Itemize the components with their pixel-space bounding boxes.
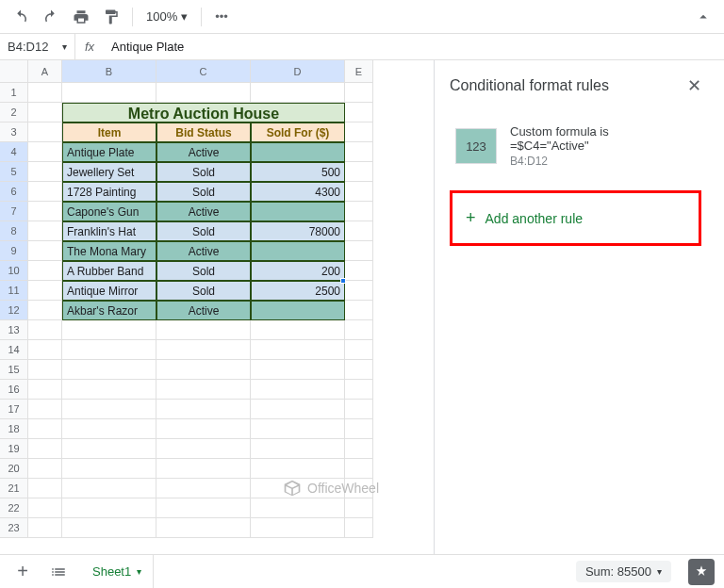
undo-button[interactable] <box>8 4 34 30</box>
cell[interactable] <box>62 340 156 360</box>
cell[interactable] <box>345 122 373 142</box>
cell[interactable] <box>28 360 62 380</box>
row-header[interactable]: 4 <box>0 142 28 162</box>
cell[interactable] <box>28 241 62 261</box>
cell[interactable] <box>251 439 345 459</box>
table-cell[interactable]: Sold <box>156 281 251 301</box>
cell[interactable] <box>251 83 345 103</box>
row-header[interactable]: 20 <box>0 459 28 479</box>
cell[interactable] <box>28 380 62 400</box>
table-cell[interactable] <box>251 202 345 221</box>
cell[interactable] <box>62 419 156 439</box>
paint-format-button[interactable] <box>98 4 124 30</box>
name-box[interactable]: B4:D12▾ <box>0 34 75 59</box>
column-header[interactable]: E <box>345 60 373 83</box>
cell[interactable] <box>62 360 156 380</box>
table-cell[interactable] <box>251 301 345 320</box>
row-header[interactable]: 7 <box>0 202 28 221</box>
cell[interactable] <box>28 301 62 320</box>
cell[interactable] <box>28 182 62 202</box>
table-cell[interactable]: 78000 <box>251 221 345 241</box>
row-header[interactable]: 11 <box>0 281 28 301</box>
cell[interactable] <box>62 479 156 498</box>
cell[interactable] <box>251 419 345 439</box>
cell[interactable] <box>28 498 62 518</box>
cell[interactable] <box>345 380 373 400</box>
row-header[interactable]: 19 <box>0 439 28 459</box>
cell[interactable] <box>251 380 345 400</box>
table-cell[interactable]: Franklin's Hat <box>62 221 156 241</box>
cell[interactable] <box>62 400 156 419</box>
row-header[interactable]: 5 <box>0 162 28 182</box>
row-header[interactable]: 17 <box>0 400 28 419</box>
selection-handle[interactable] <box>340 278 346 284</box>
row-header[interactable]: 3 <box>0 122 28 142</box>
table-cell[interactable]: Sold <box>156 261 251 281</box>
table-cell[interactable] <box>251 142 345 162</box>
table-cell[interactable]: Sold <box>156 162 251 182</box>
column-header[interactable]: A <box>28 60 62 83</box>
row-header[interactable]: 15 <box>0 360 28 380</box>
row-header[interactable]: 13 <box>0 320 28 340</box>
redo-button[interactable] <box>38 4 64 30</box>
spreadsheet-grid[interactable]: ABCDE12Metro Auction House3ItemBid Statu… <box>0 60 434 554</box>
cell[interactable] <box>62 498 156 518</box>
table-cell[interactable]: The Mona Mary <box>62 241 156 261</box>
cell[interactable] <box>62 439 156 459</box>
cell[interactable] <box>345 103 373 122</box>
cell[interactable] <box>345 340 373 360</box>
cell[interactable] <box>251 360 345 380</box>
cell[interactable] <box>156 419 251 439</box>
cell[interactable] <box>28 281 62 301</box>
cell[interactable] <box>28 340 62 360</box>
cell[interactable] <box>156 498 251 518</box>
cell[interactable] <box>28 83 62 103</box>
table-cell[interactable]: Active <box>156 202 251 221</box>
table-cell[interactable]: Antique Plate <box>62 142 156 162</box>
cell[interactable] <box>62 320 156 340</box>
cell[interactable] <box>156 439 251 459</box>
cell[interactable] <box>345 241 373 261</box>
cell[interactable] <box>62 459 156 479</box>
cell[interactable] <box>156 83 251 103</box>
row-header[interactable]: 2 <box>0 103 28 122</box>
cell[interactable] <box>345 281 373 301</box>
cell[interactable] <box>28 142 62 162</box>
cell[interactable] <box>251 498 345 518</box>
table-cell[interactable]: Antique Mirror <box>62 281 156 301</box>
cell[interactable] <box>251 400 345 419</box>
row-header[interactable]: 9 <box>0 241 28 261</box>
table-cell[interactable] <box>251 241 345 261</box>
cell[interactable] <box>28 439 62 459</box>
cell[interactable] <box>251 459 345 479</box>
cell[interactable] <box>28 459 62 479</box>
row-header[interactable]: 6 <box>0 182 28 202</box>
cell[interactable] <box>345 419 373 439</box>
cell[interactable] <box>345 498 373 518</box>
table-cell[interactable]: Jewellery Set <box>62 162 156 182</box>
cell[interactable] <box>62 380 156 400</box>
cell[interactable] <box>28 221 62 241</box>
cell[interactable] <box>345 301 373 320</box>
table-cell[interactable]: Active <box>156 142 251 162</box>
row-header[interactable]: 21 <box>0 479 28 498</box>
cell[interactable] <box>345 162 373 182</box>
table-cell[interactable]: 200 <box>251 261 345 281</box>
cell[interactable] <box>251 518 345 538</box>
cell[interactable] <box>345 221 373 241</box>
row-header[interactable]: 1 <box>0 83 28 103</box>
cell[interactable] <box>345 518 373 538</box>
row-header[interactable]: 14 <box>0 340 28 360</box>
cell[interactable] <box>156 518 251 538</box>
cell[interactable] <box>156 320 251 340</box>
corner-header[interactable] <box>0 60 28 83</box>
cell[interactable] <box>28 518 62 538</box>
formula-bar[interactable]: Antique Plate <box>104 40 191 54</box>
cell[interactable] <box>28 419 62 439</box>
sheet-tab[interactable]: Sheet1▾ <box>81 555 154 588</box>
row-header[interactable]: 8 <box>0 221 28 241</box>
cell[interactable] <box>156 360 251 380</box>
row-header[interactable]: 22 <box>0 498 28 518</box>
cell[interactable] <box>156 380 251 400</box>
column-header[interactable]: B <box>62 60 156 83</box>
